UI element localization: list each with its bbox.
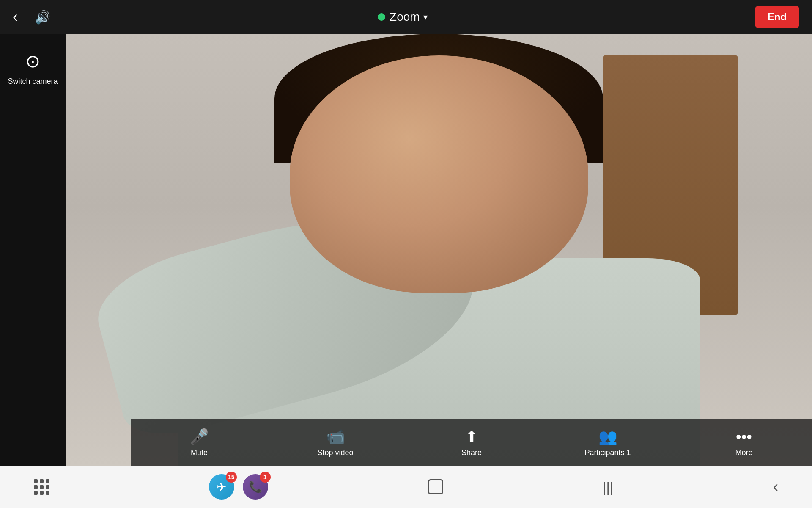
participants-button[interactable]: 👥 Participants 1	[582, 428, 633, 457]
switch-camera-button[interactable]: ⊙ Switch camera	[8, 51, 58, 86]
video-controls-overlay: 🎤 Mute 📹 Stop video ⬆ Share 👥 Participan…	[131, 419, 812, 466]
back-button[interactable]: ‹	[13, 9, 18, 25]
left-sidebar: ⊙ Switch camera	[0, 34, 66, 466]
home-nav-button[interactable]	[428, 479, 443, 494]
video-area: 🎤 Mute 📹 Stop video ⬆ Share 👥 Participan…	[66, 34, 812, 466]
stop-video-label: Stop video	[317, 448, 353, 457]
mute-button[interactable]: 🎤 Mute	[174, 428, 225, 457]
recents-nav-button[interactable]: |||	[603, 478, 613, 496]
mute-icon: 🎤	[190, 428, 209, 446]
apps-grid-icon	[34, 479, 49, 494]
more-icon: •••	[736, 428, 752, 446]
back-nav-icon: ‹	[773, 478, 778, 495]
zoom-text: Zoom	[390, 10, 420, 24]
top-bar: ‹ 🔊 Zoom ▾ End	[0, 0, 812, 34]
participants-icon: 👥	[598, 428, 617, 446]
android-nav-bar: ✈ 15 📞 1 ||| ‹	[0, 466, 812, 508]
camera-icon: ⊙	[25, 51, 40, 72]
share-label: Share	[461, 448, 482, 457]
more-button[interactable]: ••• More	[719, 428, 769, 457]
video-canvas	[66, 34, 812, 466]
secure-indicator	[378, 13, 385, 21]
share-button[interactable]: ⬆ Share	[446, 428, 497, 457]
zoom-chevron-icon: ▾	[423, 12, 428, 22]
back-nav-button[interactable]: ‹	[773, 478, 778, 496]
telegram-app[interactable]: ✈ 15	[209, 474, 234, 500]
apps-nav-button[interactable]	[34, 479, 49, 494]
mute-label: Mute	[191, 448, 208, 457]
switch-camera-label: Switch camera	[8, 77, 58, 86]
stop-video-button[interactable]: 📹 Stop video	[310, 428, 361, 457]
top-bar-center: Zoom ▾	[378, 10, 428, 24]
telegram-badge: 15	[226, 472, 237, 483]
speaker-icon: 🔊	[35, 10, 50, 25]
participants-label: Participants 1	[584, 448, 631, 457]
home-square-icon	[428, 479, 443, 494]
viber-app[interactable]: 📞 1	[243, 474, 268, 500]
end-button[interactable]: End	[755, 6, 799, 28]
zoom-label: Zoom ▾	[390, 10, 428, 24]
more-label: More	[735, 448, 752, 457]
top-bar-left: ‹ 🔊	[13, 9, 50, 25]
notification-apps: ✈ 15 📞 1	[209, 474, 268, 500]
viber-badge: 1	[260, 472, 271, 483]
recents-icon: |||	[603, 480, 613, 495]
share-icon: ⬆	[465, 428, 478, 446]
stop-video-icon: 📹	[326, 428, 345, 446]
person-face	[290, 55, 588, 293]
